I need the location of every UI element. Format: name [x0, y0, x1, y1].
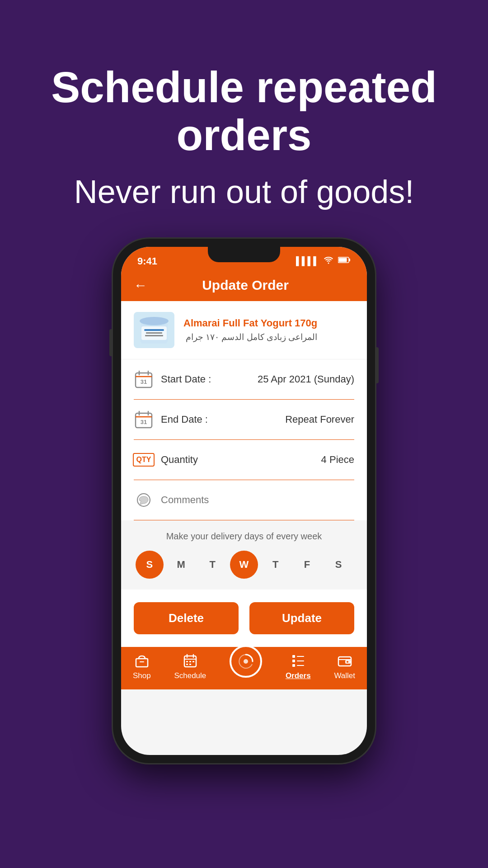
- comments-input[interactable]: [161, 494, 354, 506]
- product-image: [134, 312, 174, 348]
- qty-icon: QTY: [134, 450, 154, 470]
- svg-rect-22: [136, 659, 148, 667]
- product-name-en: Almarai Full Fat Yogurt 170g: [183, 317, 317, 329]
- svg-rect-40: [297, 665, 304, 666]
- day-btn-1[interactable]: M: [167, 551, 195, 579]
- nav-wallet[interactable]: Wallet: [334, 653, 355, 680]
- svg-point-10: [140, 317, 169, 325]
- svg-rect-31: [186, 664, 188, 665]
- svg-point-0: [328, 263, 329, 264]
- yogurt-svg: [136, 314, 172, 346]
- day-btn-4[interactable]: T: [262, 551, 290, 579]
- quantity-value: 4 Piece: [321, 454, 354, 466]
- nav-wallet-label: Wallet: [334, 671, 355, 680]
- form-section: 31 Start Date : 25 Apr 2021 (Sunday): [121, 359, 367, 520]
- svg-rect-23: [140, 661, 144, 662]
- phone-frame: 9:41 ▌▌▌▌: [113, 239, 375, 763]
- svg-rect-29: [189, 661, 191, 662]
- battery-icon: [338, 256, 351, 266]
- back-button[interactable]: ←: [134, 278, 147, 293]
- nav-orders-label: Orders: [286, 671, 311, 680]
- product-info: Almarai Full Fat Yogurt 170g المراعى زبا…: [183, 317, 317, 342]
- header-title: Update Order: [156, 278, 334, 293]
- svg-rect-8: [146, 332, 162, 334]
- nav-schedule[interactable]: Schedule: [174, 653, 206, 680]
- quantity-label: Quantity: [161, 454, 198, 466]
- comments-field[interactable]: [134, 480, 354, 520]
- wallet-icon: [337, 653, 352, 669]
- delete-button[interactable]: Delete: [134, 602, 239, 634]
- nav-schedule-label: Schedule: [174, 671, 206, 680]
- svg-rect-39: [297, 660, 304, 661]
- nav-shop[interactable]: Shop: [133, 653, 151, 680]
- status-icons: ▌▌▌▌: [296, 256, 351, 266]
- svg-rect-36: [292, 660, 295, 662]
- nav-orders[interactable]: Orders: [286, 653, 311, 680]
- day-btn-0[interactable]: S: [136, 551, 164, 579]
- hero-section: Schedule repeated orders Never run out o…: [0, 63, 488, 212]
- svg-rect-7: [144, 329, 164, 331]
- product-name-ar: المراعى زبادى كامل الدسم ١٧٠ جرام: [183, 332, 317, 342]
- hero-title: Schedule repeated orders: [27, 63, 461, 159]
- comment-icon: [134, 490, 154, 510]
- delivery-title: Make your delivery days of every week: [134, 531, 354, 542]
- status-time: 9:41: [137, 255, 157, 267]
- svg-rect-37: [292, 664, 295, 667]
- action-buttons: Delete Update: [121, 590, 367, 647]
- bottom-nav: Shop Schedule: [121, 647, 367, 689]
- svg-rect-35: [292, 655, 295, 658]
- update-button[interactable]: Update: [249, 602, 354, 634]
- nav-logo[interactable]: [230, 656, 262, 678]
- svg-rect-28: [186, 661, 188, 662]
- calendar-end-icon: 31: [134, 410, 154, 429]
- svg-text:31: 31: [141, 378, 147, 385]
- svg-point-43: [347, 661, 348, 663]
- start-date-field[interactable]: 31 Start Date : 25 Apr 2021 (Sunday): [134, 359, 354, 400]
- hero-subtitle: Never run out of goods!: [27, 172, 461, 211]
- logo-icon: [235, 650, 257, 673]
- day-btn-3[interactable]: W: [230, 551, 258, 579]
- wifi-icon: [324, 256, 333, 266]
- svg-rect-9: [145, 335, 163, 336]
- phone-mockup: 9:41 ▌▌▌▌: [113, 239, 375, 763]
- svg-point-34: [244, 659, 248, 664]
- end-date-field[interactable]: 31 End Date : Repeat Forever: [134, 400, 354, 440]
- quantity-field[interactable]: QTY Quantity 4 Piece: [134, 440, 354, 480]
- nav-shop-label: Shop: [133, 671, 151, 680]
- calendar-start-icon: 31: [134, 369, 154, 389]
- svg-rect-38: [297, 656, 304, 657]
- end-date-value: Repeat Forever: [285, 414, 354, 425]
- start-date-label: Start Date :: [161, 373, 211, 385]
- product-section: Almarai Full Fat Yogurt 170g المراعى زبا…: [121, 301, 367, 359]
- day-btn-5[interactable]: F: [293, 551, 321, 579]
- end-date-label: End Date :: [161, 414, 208, 425]
- qty-box: QTY: [133, 453, 155, 467]
- notch: [208, 247, 280, 262]
- svg-rect-3: [339, 258, 347, 262]
- day-btn-6[interactable]: S: [324, 551, 352, 579]
- schedule-icon: [183, 653, 198, 669]
- delivery-section: Make your delivery days of every week SM…: [121, 520, 367, 590]
- shop-icon: [134, 653, 150, 669]
- svg-rect-32: [189, 664, 191, 665]
- days-row: SMTWTFS: [134, 551, 354, 579]
- svg-text:31: 31: [141, 419, 147, 425]
- center-logo: [230, 645, 262, 678]
- signal-icon: ▌▌▌▌: [296, 256, 319, 266]
- start-date-value: 25 Apr 2021 (Sunday): [258, 373, 354, 385]
- phone-screen: 9:41 ▌▌▌▌: [121, 247, 367, 755]
- day-btn-2[interactable]: T: [198, 551, 226, 579]
- svg-rect-2: [349, 259, 350, 261]
- app-header: ← Update Order: [121, 272, 367, 301]
- orders-icon: [291, 653, 306, 669]
- svg-rect-30: [192, 661, 194, 662]
